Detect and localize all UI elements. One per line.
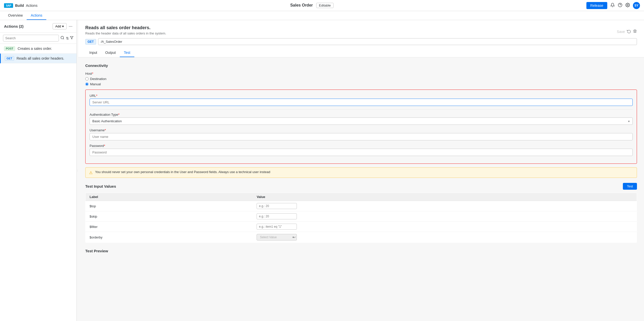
delete-icon-btn[interactable]: [633, 29, 637, 34]
radio-manual[interactable]: Manual: [85, 82, 637, 86]
nav-right: Release SY: [586, 2, 640, 9]
tab-actions[interactable]: Actions: [27, 11, 46, 20]
search-icon-btn[interactable]: [60, 36, 64, 41]
radio-manual-input[interactable]: [85, 83, 89, 86]
page-title-text: Sales Order: [290, 3, 313, 7]
credentials-section: URL* Authentication Type* Basic Authenti…: [85, 90, 637, 164]
sidebar-search-bar: ⇅: [0, 33, 76, 44]
filter-value-input[interactable]: [257, 224, 297, 230]
content-description: Reads the header data of all sales order…: [85, 31, 166, 35]
action-list: POST Creates a sales order. GET Reads al…: [0, 44, 76, 321]
url-label: URL*: [90, 94, 633, 98]
sidebar-header: Actions (2) Add ▾ ···: [0, 20, 76, 33]
add-button[interactable]: Add ▾: [53, 23, 67, 29]
svg-marker-5: [70, 36, 73, 39]
sidebar-title: Actions (2): [4, 24, 24, 28]
table-row-orderby: $orderby Select Value: [86, 232, 637, 243]
table-row-top: $top: [86, 201, 637, 211]
url-input[interactable]: [90, 99, 633, 106]
sidebar-actions: Add ▾ ···: [53, 23, 72, 29]
endpoint-method-badge: GET: [85, 39, 96, 45]
password-label-text: Password: [90, 144, 104, 148]
post-badge: POST: [4, 46, 15, 51]
avatar: SY: [633, 2, 640, 9]
radio-destination[interactable]: Destination: [85, 77, 637, 81]
add-label: Add: [55, 24, 61, 28]
password-required-star: *: [104, 144, 105, 148]
nav-left: SAP Build Actions: [4, 3, 37, 8]
warning-icon: ⚠: [89, 170, 93, 175]
auth-type-select[interactable]: Basic Authentication: [90, 117, 633, 125]
orderby-select[interactable]: Select Value: [257, 234, 297, 240]
tab-test[interactable]: Test: [120, 49, 134, 57]
main-layout: Actions (2) Add ▾ ··· ⇅: [0, 20, 644, 321]
destination-label: Destination: [90, 77, 106, 81]
username-required-star: *: [105, 128, 106, 132]
main-content: Reads all sales order headers. Reads the…: [78, 20, 644, 321]
username-input[interactable]: [90, 133, 633, 140]
table-cell-label-top: $top: [86, 201, 253, 211]
search-icon: [60, 36, 64, 40]
content-tabs-row: Input Output Test: [85, 49, 637, 57]
table-cell-value-top: [253, 201, 637, 211]
password-label: Password*: [90, 144, 633, 148]
form-content: Connectivity Host* Destination Manual: [78, 57, 644, 259]
help-icon: [618, 3, 622, 7]
radio-destination-input[interactable]: [85, 77, 89, 81]
auth-required-star: *: [118, 113, 119, 116]
action-item-get[interactable]: GET Reads all sales order headers.: [0, 54, 76, 63]
gear-icon: [625, 3, 630, 7]
content-header: Reads all sales order headers. Reads the…: [78, 20, 644, 57]
table-cell-value-filter: [253, 222, 637, 232]
endpoint-row: GET: [85, 38, 637, 45]
header-actions: Save: [617, 29, 637, 34]
auth-type-select-wrapper: Basic Authentication: [90, 117, 633, 125]
warning-text: You should never set your own personal c…: [95, 170, 270, 174]
table-cell-label-skip: $skip: [86, 211, 253, 222]
more-options-button[interactable]: ···: [69, 24, 72, 29]
save-button[interactable]: Save: [617, 30, 625, 34]
notifications-icon-btn[interactable]: [610, 3, 615, 8]
get-badge: GET: [5, 56, 14, 61]
action-item-get-description: Reads all sales order headers.: [17, 56, 64, 60]
tab-input[interactable]: Input: [85, 49, 101, 57]
skip-value-input[interactable]: [257, 213, 297, 219]
table-cell-value-orderby: Select Value: [253, 232, 637, 243]
password-form-group: Password*: [90, 144, 633, 156]
editable-button[interactable]: Editable: [316, 3, 334, 8]
top-value-input[interactable]: [257, 203, 297, 209]
username-label-text: Username: [90, 128, 105, 132]
divider-1: [90, 109, 633, 110]
test-input-header: Test Input Values Test: [85, 183, 637, 190]
content-tabs: Input Output Test: [85, 49, 134, 57]
tab-output[interactable]: Output: [101, 49, 120, 57]
auth-type-label: Authentication Type*: [90, 113, 633, 116]
tab-overview[interactable]: Overview: [4, 11, 27, 20]
search-input[interactable]: [3, 35, 59, 42]
radio-group-host: Destination Manual: [85, 77, 637, 86]
password-input[interactable]: [90, 149, 633, 156]
help-icon-btn[interactable]: [618, 3, 622, 8]
sidebar: Actions (2) Add ▾ ··· ⇅: [0, 20, 77, 321]
warning-banner: ⚠ You should never set your own personal…: [85, 167, 637, 178]
test-input-table: Label Value $top $skip: [85, 193, 637, 243]
release-button[interactable]: Release: [586, 2, 607, 9]
test-button[interactable]: Test: [623, 183, 637, 190]
filter-button[interactable]: [70, 36, 73, 40]
svg-point-3: [61, 36, 64, 39]
action-item-post[interactable]: POST Creates a sales order.: [0, 44, 76, 54]
action-item-post-description: Creates a sales order.: [18, 47, 52, 51]
connectivity-section-title: Connectivity: [85, 63, 637, 68]
test-input-section-title: Test Input Values: [85, 184, 116, 188]
host-label-text: Host: [85, 72, 92, 75]
endpoint-input[interactable]: [98, 38, 637, 45]
sort-button[interactable]: ⇅: [66, 36, 69, 40]
table-header-label: Label: [86, 193, 253, 201]
page-title-center: Sales Order Editable: [290, 3, 334, 8]
svg-point-2: [627, 4, 628, 6]
auth-type-form-group: Authentication Type* Basic Authenticatio…: [90, 113, 633, 125]
host-label: Host*: [85, 72, 637, 75]
chevron-down-icon: ▾: [62, 24, 64, 28]
restore-icon-btn[interactable]: [627, 29, 631, 34]
settings-icon-btn[interactable]: [625, 3, 630, 8]
